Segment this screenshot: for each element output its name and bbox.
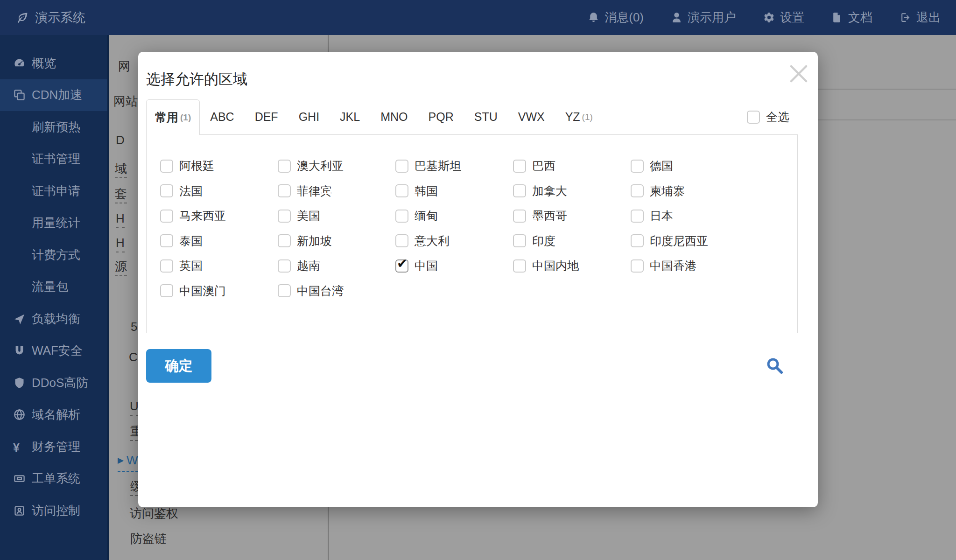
region-option[interactable]: 中国澳门: [160, 283, 278, 299]
sidebar-item-traffic-pack[interactable]: 流量包: [0, 271, 107, 303]
region-option[interactable]: 中国内地: [513, 258, 631, 273]
region-option[interactable]: 越南: [278, 258, 395, 273]
region-label: 韩国: [415, 183, 438, 199]
select-all-checkbox[interactable]: 全选: [747, 99, 789, 134]
region-option[interactable]: 柬埔寨: [631, 183, 748, 199]
checkbox[interactable]: [631, 160, 644, 173]
checkbox[interactable]: [513, 210, 526, 223]
sidebar-item-cdn[interactable]: CDN加速: [0, 79, 107, 112]
region-label: 泰国: [179, 233, 203, 249]
region-option[interactable]: 中国香港: [631, 258, 748, 273]
tab-MNO[interactable]: MNO: [370, 99, 418, 134]
region-option[interactable]: 意大利: [395, 233, 513, 249]
sidebar-item-cert-apply[interactable]: 证书申请: [0, 175, 107, 207]
region-option[interactable]: 泰国: [160, 233, 278, 249]
sidebar-item-load-balance[interactable]: 负载均衡: [0, 303, 107, 335]
sidebar-item-label: CDN加速: [32, 87, 82, 103]
dialog-footer: 确定: [146, 349, 798, 383]
checkbox[interactable]: [513, 234, 526, 247]
checkbox[interactable]: [160, 284, 173, 297]
checkbox[interactable]: [747, 111, 760, 124]
region-option[interactable]: 菲律宾: [278, 183, 395, 199]
tab-GHI[interactable]: GHI: [288, 99, 330, 134]
sidebar-item-waf[interactable]: WAF安全: [0, 335, 107, 367]
region-option[interactable]: 墨西哥: [513, 208, 631, 224]
region-option[interactable]: 印度尼西亚: [631, 233, 748, 249]
checkbox[interactable]: [513, 259, 526, 273]
menu-item-label: 演示用户: [688, 9, 736, 26]
region-option[interactable]: 印度: [513, 233, 631, 249]
region-option[interactable]: 澳大利亚: [278, 158, 395, 174]
menu-item-settings[interactable]: 设置: [763, 9, 804, 26]
sidebar-item-ddos[interactable]: DDoS高防: [0, 367, 107, 399]
tab-ABC[interactable]: ABC: [200, 99, 244, 134]
checkbox[interactable]: [278, 160, 291, 173]
sidebar-item-finance[interactable]: ¥财务管理: [0, 431, 107, 463]
checkbox[interactable]: [631, 234, 644, 247]
tab-YZ[interactable]: YZ(1): [555, 99, 603, 134]
tab-JKL[interactable]: JKL: [330, 99, 370, 134]
region-option[interactable]: 法国: [160, 183, 278, 199]
checkbox[interactable]: [278, 284, 291, 297]
region-option[interactable]: 加拿大: [513, 183, 631, 199]
checkbox[interactable]: [278, 234, 291, 247]
checkbox[interactable]: [395, 160, 408, 173]
menu-item-user[interactable]: 演示用户: [671, 9, 736, 26]
region-option[interactable]: 巴西: [513, 158, 631, 174]
checkbox[interactable]: [631, 184, 644, 197]
region-label: 法国: [179, 183, 203, 199]
checkbox[interactable]: [395, 184, 408, 197]
region-option[interactable]: ✔中国: [395, 258, 513, 273]
checkbox[interactable]: [160, 160, 173, 173]
checkbox[interactable]: [160, 210, 173, 223]
sidebar-item-cert-manage[interactable]: 证书管理: [0, 143, 107, 175]
region-option[interactable]: 中国台湾: [278, 283, 395, 299]
sidebar-item-tickets[interactable]: 工单系统: [0, 463, 107, 495]
send-icon: [13, 313, 26, 325]
checkbox[interactable]: [631, 259, 644, 273]
sidebar-item-billing-method[interactable]: 计费方式: [0, 239, 107, 271]
sidebar-item-refresh-preheat[interactable]: 刷新预热: [0, 111, 107, 143]
menu-item-logout[interactable]: 退出: [900, 9, 941, 26]
checkbox[interactable]: [160, 234, 173, 247]
region-option[interactable]: 缅甸: [395, 208, 513, 224]
tab-label: GHI: [299, 110, 319, 124]
region-option[interactable]: 韩国: [395, 183, 513, 199]
checkbox[interactable]: [395, 234, 408, 247]
search-icon[interactable]: [764, 355, 786, 377]
sidebar-item-access-control[interactable]: 访问控制: [0, 495, 107, 527]
checkbox[interactable]: [278, 259, 291, 273]
region-option[interactable]: 新加坡: [278, 233, 395, 249]
tab-PQR[interactable]: PQR: [418, 99, 464, 134]
sidebar-item-dns[interactable]: 域名解析: [0, 399, 107, 431]
region-option[interactable]: 美国: [278, 208, 395, 224]
menu-item-messages[interactable]: 消息(0): [588, 9, 644, 26]
close-icon[interactable]: [788, 63, 809, 84]
checkbox[interactable]: [160, 259, 173, 273]
checkbox-checked[interactable]: ✔: [395, 259, 408, 273]
region-option[interactable]: 巴基斯坦: [395, 158, 513, 174]
tab-常用[interactable]: 常用(1): [146, 99, 200, 135]
checkbox[interactable]: [513, 184, 526, 197]
tab-DEF[interactable]: DEF: [245, 99, 288, 134]
checkbox[interactable]: [160, 184, 173, 197]
sidebar-item-overview[interactable]: 概览: [0, 47, 107, 79]
region-option[interactable]: 英国: [160, 258, 278, 273]
sidebar-item-label: 刷新预热: [32, 119, 80, 135]
region-option[interactable]: 马来西亚: [160, 208, 278, 224]
tab-STU[interactable]: STU: [464, 99, 508, 134]
app-logo[interactable]: 演示系统: [0, 9, 85, 26]
checkbox[interactable]: [513, 160, 526, 173]
checkbox[interactable]: [631, 210, 644, 223]
menu-item-docs[interactable]: 文档: [831, 9, 872, 26]
checkbox[interactable]: [278, 210, 291, 223]
region-option[interactable]: 阿根廷: [160, 158, 278, 174]
region-option[interactable]: 日本: [631, 208, 748, 224]
sidebar-item-usage-stats[interactable]: 用量统计: [0, 207, 107, 239]
checkbox[interactable]: [278, 184, 291, 197]
region-label: 中国: [415, 258, 438, 273]
confirm-button[interactable]: 确定: [146, 349, 211, 383]
tab-VWX[interactable]: VWX: [508, 99, 555, 134]
checkbox[interactable]: [395, 210, 408, 223]
region-option[interactable]: 德国: [631, 158, 748, 174]
